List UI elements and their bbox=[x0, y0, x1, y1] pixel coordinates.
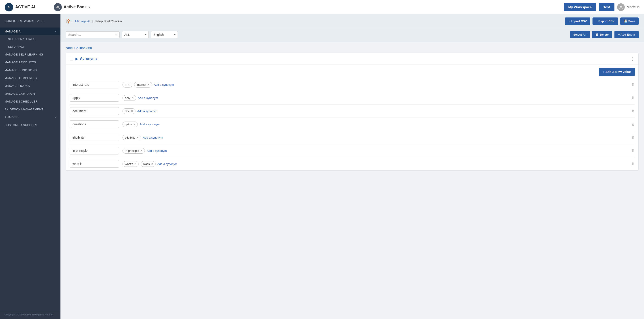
entry-word-input[interactable] bbox=[70, 94, 119, 102]
delete-entry-icon[interactable]: 🗑 bbox=[631, 162, 635, 166]
sidebar-item-customer-support[interactable]: CUSTOMER SUPPORT bbox=[0, 121, 60, 129]
my-workspace-button[interactable]: My Workspace bbox=[564, 3, 596, 11]
expand-icon[interactable]: ▶ bbox=[76, 57, 78, 61]
delete-entry-icon[interactable]: 🗑 bbox=[631, 82, 635, 87]
entry-synonyms: eligibilty ✕ Add a synonym bbox=[122, 135, 628, 140]
tag-remove-icon[interactable]: ✕ bbox=[151, 162, 153, 166]
save-button[interactable]: 💾 Save bbox=[620, 18, 639, 25]
sidebar-item-manage-products[interactable]: MANAGE PRODUCTS bbox=[0, 58, 60, 66]
user-avatar bbox=[617, 3, 625, 11]
tag-remove-icon[interactable]: ✕ bbox=[132, 96, 134, 100]
clear-search-icon[interactable]: ✕ bbox=[115, 33, 117, 36]
logo-text: ACTIVE.AI bbox=[15, 5, 35, 10]
tag-remove-icon[interactable]: ✕ bbox=[136, 136, 138, 139]
sidebar-item-manage-self-learning[interactable]: MANAGE SELF LEARNING bbox=[0, 50, 60, 58]
tag: wat's ✕ bbox=[140, 161, 156, 167]
entry-synonyms: what's ✕ wat's ✕ Add a synonym bbox=[122, 161, 628, 167]
filter-select-language[interactable]: English French Spanish bbox=[151, 31, 178, 38]
add-synonym-button[interactable]: Add a synonym bbox=[138, 96, 158, 100]
sidebar-item-manage-hooks[interactable]: MANAGE HOOKS bbox=[0, 82, 60, 90]
user-name: Morfeus bbox=[626, 5, 640, 9]
sidebar-item-analyse[interactable]: ANALYSE › bbox=[0, 113, 60, 121]
add-synonym-button[interactable]: Add a synonym bbox=[137, 110, 158, 113]
tag: qstns ✕ bbox=[122, 122, 138, 127]
delete-entry-icon[interactable]: 🗑 bbox=[631, 149, 635, 153]
sidebar-item-manage-ai[interactable]: MANAGE AI › bbox=[0, 28, 60, 35]
trash-icon: 🗑 bbox=[596, 33, 598, 36]
home-icon[interactable]: 🏠 bbox=[66, 19, 71, 24]
breadcrumb-manage-ai[interactable]: Manage AI bbox=[75, 20, 90, 23]
sidebar-item-manage-templates[interactable]: MANAGE TEMPLATES bbox=[0, 74, 60, 82]
workspace-avatar bbox=[54, 3, 62, 11]
user-area: Morfeus bbox=[617, 3, 640, 11]
main-content: 🏠 | Manage AI | Setup SpellChecker ↓ Imp… bbox=[60, 14, 644, 319]
sidebar-item-manage-functions[interactable]: MANAGE FUNCTIONS bbox=[0, 66, 60, 74]
filter-select-status[interactable]: ALL ACTIVE INACTIVE bbox=[122, 31, 149, 38]
table-row: ir ✕ interest ✕ Add a synonym 🗑 bbox=[70, 78, 635, 91]
delete-entry-icon[interactable]: 🗑 bbox=[631, 109, 635, 113]
add-synonym-button[interactable]: Add a synonym bbox=[143, 136, 163, 139]
add-synonym-button[interactable]: Add a synonym bbox=[154, 83, 174, 86]
filterbar: ✕ ALL ACTIVE INACTIVE English French Spa… bbox=[60, 28, 644, 42]
delete-entry-icon[interactable]: 🗑 bbox=[631, 122, 635, 126]
tag-remove-icon[interactable]: ✕ bbox=[148, 83, 150, 86]
tag-remove-icon[interactable]: ✕ bbox=[128, 83, 130, 86]
entry-word-input[interactable] bbox=[70, 120, 119, 128]
entry-synonyms: doc ✕ Add a synonym bbox=[122, 108, 628, 114]
acronyms-checkbox[interactable] bbox=[70, 57, 73, 60]
topbar: 🏠 | Manage AI | Setup SpellChecker ↓ Imp… bbox=[60, 14, 644, 28]
entry-synonyms: qstns ✕ Add a synonym bbox=[122, 122, 628, 127]
delete-entry-icon[interactable]: 🗑 bbox=[631, 136, 635, 140]
entries-list: ir ✕ interest ✕ Add a synonym 🗑 bbox=[66, 78, 638, 170]
table-row: qstns ✕ Add a synonym 🗑 bbox=[70, 118, 635, 131]
entry-word-input[interactable] bbox=[70, 81, 119, 88]
delete-button[interactable]: 🗑 Delete bbox=[592, 31, 612, 38]
breadcrumb-setup-spellchecker: Setup SpellChecker bbox=[94, 20, 122, 23]
sidebar-item-manage-scheduler[interactable]: MANAGE SCHEDULER bbox=[0, 98, 60, 106]
workspace-selector[interactable]: Active Bank ▾ bbox=[54, 3, 90, 11]
sidebar-item-setup-faq[interactable]: SETUP FAQ bbox=[0, 43, 60, 50]
tag-remove-icon[interactable]: ✕ bbox=[140, 149, 142, 152]
table-row: what's ✕ wat's ✕ Add a synonym 🗑 bbox=[70, 157, 635, 170]
sidebar-item-configure-workspace[interactable]: CONFIGURE WORKSPACE bbox=[0, 17, 60, 25]
entry-synonyms: ir ✕ interest ✕ Add a synonym bbox=[122, 82, 628, 88]
svg-text:AI: AI bbox=[8, 6, 10, 8]
add-entity-button[interactable]: + Add Entity bbox=[614, 31, 639, 38]
import-csv-button[interactable]: ↓ Import CSV bbox=[565, 18, 590, 25]
more-options-icon[interactable]: ⋮ bbox=[630, 56, 635, 61]
layout: CONFIGURE WORKSPACE MANAGE AI › SETUP SM… bbox=[0, 14, 644, 319]
add-synonym-button[interactable]: Add a synonym bbox=[147, 149, 167, 152]
sidebar-item-manage-campaign[interactable]: MANAGE CAMPAIGN bbox=[0, 90, 60, 98]
select-all-button[interactable]: Select All bbox=[570, 31, 590, 38]
entry-word-input[interactable] bbox=[70, 147, 119, 154]
entry-word-input[interactable] bbox=[70, 134, 119, 141]
breadcrumb-sep1: | bbox=[72, 20, 74, 23]
sidebar-item-exigency-management[interactable]: EXIGENCY MANAGEMENT bbox=[0, 106, 60, 113]
add-new-value-button[interactable]: + Add A New Value bbox=[599, 68, 635, 76]
delete-entry-icon[interactable]: 🗑 bbox=[631, 96, 635, 100]
search-input[interactable] bbox=[68, 33, 114, 36]
tag: what's ✕ bbox=[122, 161, 139, 167]
sidebar: CONFIGURE WORKSPACE MANAGE AI › SETUP SM… bbox=[0, 14, 60, 319]
sidebar-copyright: Copyright © 2019 Active Intelligence Pte… bbox=[0, 310, 60, 319]
tag-remove-icon[interactable]: ✕ bbox=[133, 123, 135, 126]
add-synonym-button[interactable]: Add a synonym bbox=[158, 162, 178, 166]
entry-word-input[interactable] bbox=[70, 160, 119, 168]
tag-remove-icon[interactable]: ✕ bbox=[134, 162, 136, 166]
tag: aply ✕ bbox=[122, 95, 136, 101]
export-csv-button[interactable]: ↑ Export CSV bbox=[592, 18, 618, 25]
add-synonym-button[interactable]: Add a synonym bbox=[140, 123, 160, 126]
entry-synonyms: in-principle ✕ Add a synonym bbox=[122, 148, 628, 154]
test-button[interactable]: Test bbox=[599, 3, 614, 11]
header: AI ACTIVE.AI Active Bank ▾ My Workspace … bbox=[0, 0, 644, 14]
chevron-right-icon-analyse: › bbox=[55, 116, 56, 119]
header-right: My Workspace Test Morfeus bbox=[564, 3, 640, 11]
sidebar-item-setup-smalltalk[interactable]: SETUP SMALLTALK bbox=[0, 35, 60, 43]
tag: doc ✕ bbox=[122, 108, 136, 114]
entry-word-input[interactable] bbox=[70, 107, 119, 115]
content-area: SPELLCHECKER ▶ Acronyms ⋮ + Add A New Va… bbox=[60, 42, 644, 175]
logo-icon: AI bbox=[4, 3, 14, 12]
breadcrumb-sep2: | bbox=[92, 20, 93, 23]
logo-area: AI ACTIVE.AI bbox=[4, 3, 49, 12]
tag-remove-icon[interactable]: ✕ bbox=[131, 110, 133, 112]
